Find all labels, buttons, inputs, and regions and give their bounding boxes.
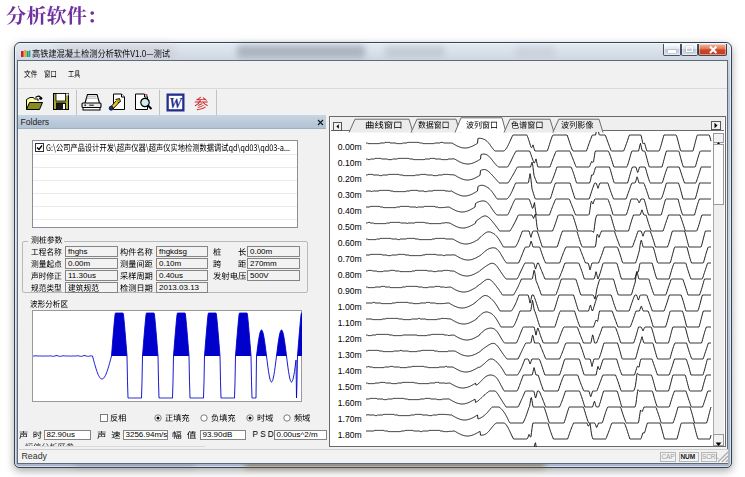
svg-text:W: W	[169, 95, 183, 111]
